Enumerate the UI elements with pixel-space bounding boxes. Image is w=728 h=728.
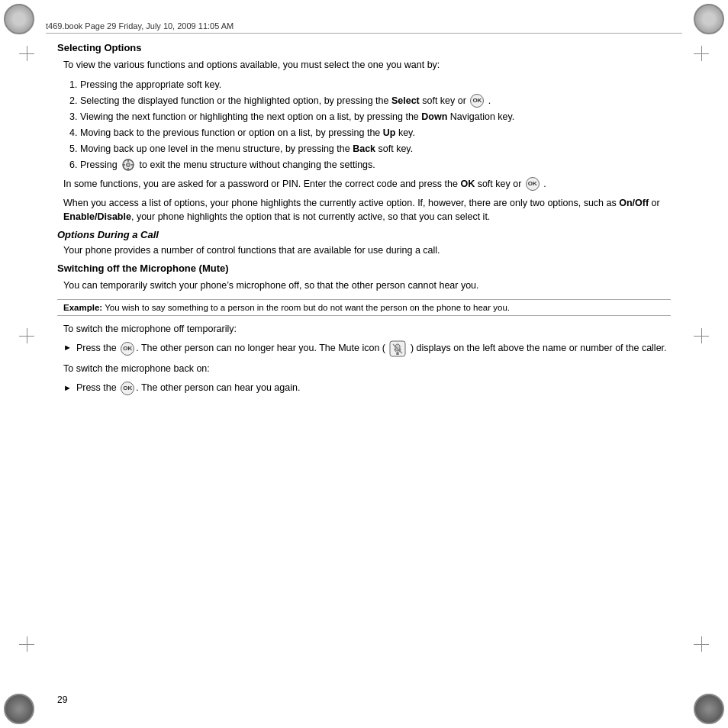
crosshair-mid-left — [19, 328, 34, 343]
arrow-marker-on: ► — [63, 382, 72, 395]
selecting-options-section: Selecting Options To view the various fu… — [57, 42, 671, 224]
step-4-text: Moving back to the previous function or … — [80, 127, 415, 138]
svg-point-1 — [127, 163, 130, 167]
example-text: You wish to say something to a person in… — [105, 303, 510, 312]
crosshair-top-left — [19, 46, 34, 61]
step-4-bold: Up — [383, 127, 396, 138]
step-4: Moving back to the previous function or … — [80, 125, 671, 140]
note1-ok-bold: OK — [460, 179, 475, 189]
step-1-text: Pressing the appropriate soft key. — [80, 79, 221, 90]
ok-icon-step2: OK — [470, 94, 484, 108]
main-content: Selecting Options To view the various fu… — [57, 42, 671, 667]
step-3-text: Viewing the next function or highlightin… — [80, 111, 514, 122]
step-1: Pressing the appropriate soft key. — [80, 77, 671, 92]
bullet-off-text: Press the OK. The other person can no lo… — [76, 340, 667, 357]
example-label: Example: — [63, 303, 102, 312]
page-number: 29 — [57, 694, 67, 705]
note2-bold1: On/Off — [619, 198, 649, 208]
crosshair-mid-right — [694, 328, 709, 343]
options-during-call-title: Options During a Call — [57, 229, 671, 240]
step-3-bold: Down — [421, 111, 447, 122]
switching-mute-text: You can temporarily switch your phone’s … — [57, 279, 671, 293]
example-box: Example: You wish to say something to a … — [57, 299, 671, 316]
bullet-item-off: ► Press the OK. The other person can no … — [63, 340, 671, 357]
switching-mute-title: Switching off the Microphone (Mute) — [57, 263, 671, 274]
corner-decoration-tl — [0, 0, 46, 46]
ok-icon-bullet2: OK — [121, 382, 134, 395]
bullet-item-on: ► Press the OK. The other person can hea… — [63, 381, 671, 395]
step-2-bold: Select — [391, 95, 420, 106]
switching-mute-section: Switching off the Microphone (Mute) You … — [57, 263, 671, 395]
step-3: Viewing the next function or highlightin… — [80, 109, 671, 124]
crosshair-top-right — [694, 46, 709, 61]
step-2: Selecting the displayed function or the … — [80, 93, 671, 108]
corner-decoration-bl — [0, 682, 46, 728]
corner-decoration-tr — [682, 0, 728, 46]
options-during-call-text: Your phone provides a number of control … — [57, 243, 671, 258]
selecting-options-title: Selecting Options — [57, 42, 671, 53]
bullet-on-text: Press the OK. The other person can hear … — [76, 381, 300, 395]
selecting-options-list: Pressing the appropriate soft key. Selec… — [80, 77, 671, 172]
selecting-options-intro: To view the various functions and option… — [57, 58, 671, 72]
note2-bold2: Enable/Disable — [63, 211, 131, 222]
arrow-marker-off: ► — [63, 341, 72, 354]
step-5-text: Moving back up one level in the menu str… — [80, 143, 413, 154]
step-5: Moving back up one level in the menu str… — [80, 141, 671, 156]
step-5-bold: Back — [353, 143, 375, 154]
note1-text: In some functions, you are asked for a p… — [57, 177, 671, 192]
header-text: t469.book Page 29 Friday, July 10, 2009 … — [46, 21, 234, 31]
options-during-call-section: Options During a Call Your phone provide… — [57, 229, 671, 258]
step-2-text: Selecting the displayed function or the … — [80, 95, 491, 106]
bullet-list-on: ► Press the OK. The other person can hea… — [63, 381, 671, 395]
corner-decoration-br — [682, 682, 728, 728]
crosshair-bot-right — [694, 636, 709, 652]
header-bar: t469.book Page 29 Friday, July 10, 2009 … — [46, 21, 682, 34]
ok-icon-bullet1: OK — [121, 342, 134, 356]
settings-icon-step6 — [121, 158, 135, 172]
note2-text: When you access a list of options, your … — [57, 196, 671, 225]
bullet-list-off: ► Press the OK. The other person can no … — [63, 340, 671, 357]
ok-icon-note1: OK — [526, 177, 540, 191]
step-6-text: Pressing to exit the menu structure with… — [80, 159, 375, 170]
switch-on-intro: To switch the microphone back on: — [57, 362, 671, 376]
switch-off-intro: To switch the microphone off temporarily… — [57, 322, 671, 337]
mute-icon — [389, 340, 406, 357]
crosshair-bot-left — [19, 636, 34, 652]
step-6: Pressing to exit the menu structure with… — [80, 157, 671, 172]
